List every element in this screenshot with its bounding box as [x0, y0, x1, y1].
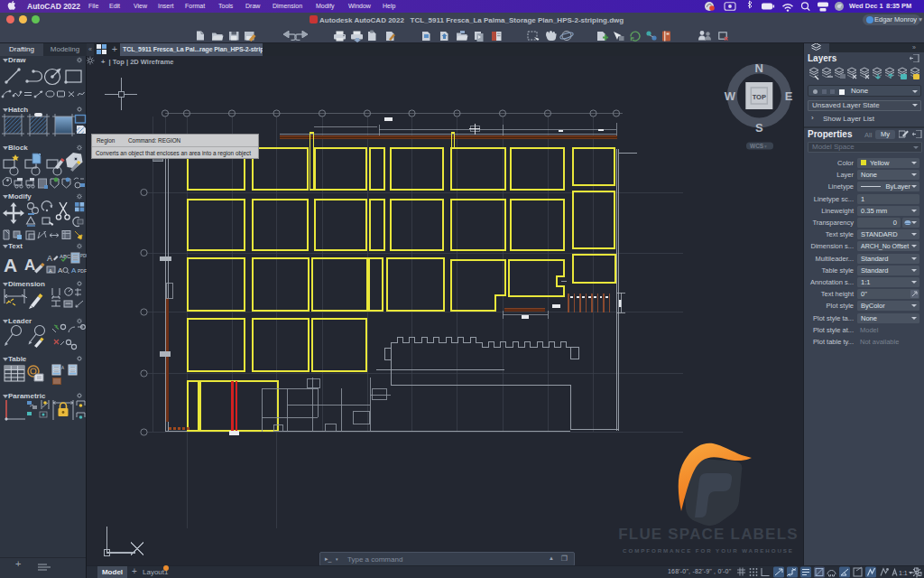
svg-text:FLUE SPACE LABELS: FLUE SPACE LABELS: [618, 526, 799, 543]
svg-text:A: A: [61, 366, 64, 370]
svg-text:▾: ▾: [764, 144, 767, 149]
svg-text:N: N: [755, 61, 763, 75]
svg-text:TOP: TOP: [753, 93, 766, 101]
svg-text:E: E: [785, 89, 793, 103]
svg-text:WCS: WCS: [750, 143, 764, 149]
svg-text:COMPFORMANCE FOR YOUR WAREHOUS: COMPFORMANCE FOR YOUR WAREHOUSE: [623, 547, 794, 554]
svg-text:S: S: [755, 121, 763, 135]
svg-text:1:1: 1:1: [899, 570, 908, 576]
svg-text:W: W: [725, 89, 736, 103]
